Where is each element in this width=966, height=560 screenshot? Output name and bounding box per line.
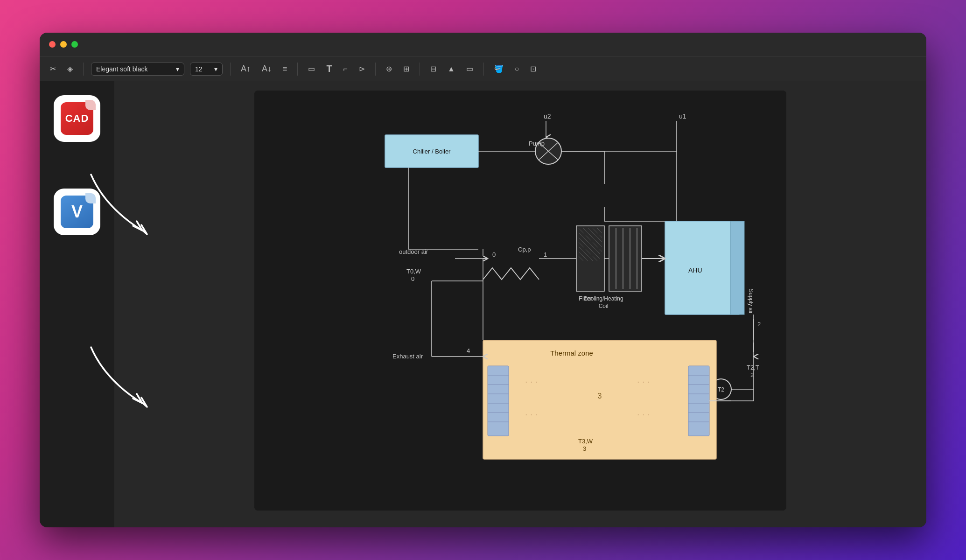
connector-icon[interactable]: ⌐ (341, 63, 350, 75)
hvac-diagram: u2 u1 Chiller / Boiler Pump (254, 91, 786, 511)
canvas-area[interactable]: u2 u1 Chiller / Boiler Pump (114, 81, 926, 527)
svg-text:T3,W: T3,W (578, 438, 593, 445)
size-dropdown-arrow: ▾ (214, 65, 217, 73)
svg-text:2: 2 (750, 371, 754, 378)
svg-text:1: 1 (544, 251, 547, 258)
text-icon[interactable]: T (323, 62, 335, 76)
svg-text:· · ·: · · · (525, 376, 538, 386)
scissors-icon[interactable]: ✂ (47, 63, 59, 75)
svg-text:2: 2 (757, 321, 761, 328)
svg-text:Exhaust air: Exhaust air (392, 353, 423, 360)
svg-text:· · ·: · · · (525, 409, 538, 419)
svg-rect-65 (488, 366, 509, 436)
cad-icon-inner: CAD (58, 100, 96, 137)
triangle-icon[interactable]: ▲ (445, 63, 458, 75)
sidebar: CAD V (40, 81, 114, 527)
align-objects-icon[interactable]: ⊟ (427, 63, 439, 75)
svg-text:3: 3 (598, 392, 602, 400)
main-area: CAD V (40, 81, 926, 527)
cad-label: CAD (65, 112, 89, 125)
rectangle-icon[interactable]: ▭ (305, 63, 318, 75)
visio-v-label: V (71, 202, 83, 222)
fill-icon[interactable]: 🪣 (491, 63, 506, 75)
svg-text:T2,T: T2,T (747, 364, 759, 371)
title-bar (40, 33, 926, 56)
shapes-icon[interactable]: ▭ (463, 63, 476, 75)
toolbar: ✂ ◈ Elegant soft black ▾ 12 ▾ A↑ A↓ ≡ ▭ … (40, 56, 926, 81)
svg-text:u1: u1 (679, 112, 686, 120)
font-dropdown-arrow: ▾ (176, 65, 179, 73)
separator-6 (483, 63, 484, 76)
svg-text:· · ·: · · · (637, 376, 650, 386)
cad-corner-fold (85, 100, 96, 110)
diagram-canvas[interactable]: u2 u1 Chiller / Boiler Pump (254, 91, 786, 511)
svg-text:AHU: AHU (688, 266, 702, 274)
separator-4 (375, 63, 376, 76)
separator-1 (83, 63, 84, 76)
paint-icon[interactable]: ◈ (64, 63, 76, 75)
svg-text:Supply air: Supply air (748, 289, 754, 314)
maximize-button[interactable] (71, 41, 78, 48)
svg-text:T0,W: T0,W (406, 268, 421, 275)
increase-font-icon[interactable]: A↑ (238, 62, 253, 76)
close-button[interactable] (49, 41, 56, 48)
crop-icon[interactable]: ⊡ (527, 63, 539, 75)
size-selector[interactable]: 12 ▾ (190, 63, 223, 76)
chiller-boiler-label: Chiller / Boiler (413, 148, 451, 155)
svg-text:4: 4 (467, 347, 470, 354)
main-window: ✂ ◈ Elegant soft black ▾ 12 ▾ A↑ A↓ ≡ ▭ … (40, 33, 926, 527)
separator-3 (297, 63, 298, 76)
svg-text:0: 0 (411, 275, 414, 282)
thermal-zone-label: Thermal zone (550, 349, 593, 357)
layers-icon[interactable]: ⊕ (383, 63, 395, 75)
decrease-font-icon[interactable]: A↓ (259, 62, 274, 76)
visio-corner-fold (85, 193, 96, 203)
svg-text:T2: T2 (718, 386, 724, 393)
svg-text:outdoor air: outdoor air (399, 248, 428, 255)
svg-rect-54 (730, 221, 744, 315)
pointer-icon[interactable]: ⊳ (356, 63, 368, 75)
font-size-label: 12 (195, 65, 203, 73)
cad-app-icon[interactable]: CAD (54, 95, 100, 142)
svg-text:Cp,p: Cp,p (518, 246, 531, 253)
svg-rect-72 (688, 366, 709, 436)
align-icon[interactable]: ≡ (280, 63, 290, 75)
svg-text:Coil: Coil (599, 303, 609, 309)
svg-text:· · ·: · · · (637, 409, 650, 419)
svg-rect-51 (665, 221, 740, 315)
visio-icon-inner: V (58, 193, 96, 231)
visio-app-icon[interactable]: V (54, 189, 100, 235)
font-name-label: Elegant soft black (96, 65, 148, 73)
circle-icon[interactable]: ○ (512, 63, 522, 75)
separator-2 (230, 63, 231, 76)
svg-text:3: 3 (583, 445, 586, 452)
separator-5 (420, 63, 420, 76)
svg-text:Cooling/Heating: Cooling/Heating (583, 295, 623, 302)
minimize-button[interactable] (60, 41, 67, 48)
svg-text:0: 0 (492, 251, 496, 258)
svg-text:u2: u2 (544, 112, 551, 120)
embed-icon[interactable]: ⊞ (400, 63, 412, 75)
font-selector[interactable]: Elegant soft black ▾ (91, 63, 184, 76)
